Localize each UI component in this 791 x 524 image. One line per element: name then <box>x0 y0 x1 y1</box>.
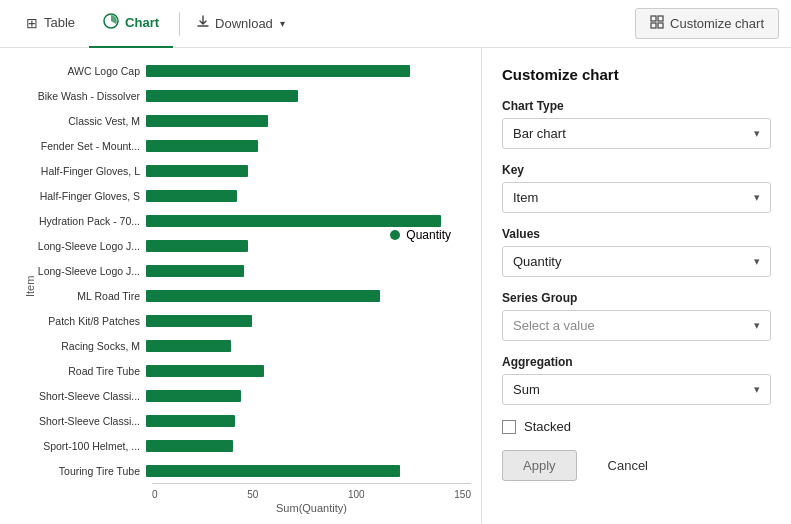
item-label: Patch Kit/8 Patches <box>36 312 140 330</box>
bar <box>146 265 244 277</box>
x-tick: 150 <box>454 489 471 500</box>
series-group-chevron-icon: ▾ <box>754 319 760 332</box>
series-group-label: Series Group <box>502 291 771 305</box>
tab-chart[interactable]: Chart <box>89 0 173 48</box>
main-content: Item AWC Logo CapBike Wash - DissolverCl… <box>0 48 791 524</box>
toolbar: ⊞ Table Chart Download ▾ <box>0 0 791 48</box>
bar <box>146 465 400 477</box>
apply-button[interactable]: Apply <box>502 450 577 481</box>
key-select[interactable]: Item ▾ <box>502 182 771 213</box>
item-label: Classic Vest, M <box>36 112 140 130</box>
table-tab-label: Table <box>44 15 75 30</box>
item-label: Sport-100 Helmet, ... <box>36 437 140 455</box>
item-label: Hydration Pack - 70... <box>36 212 140 230</box>
bar-row <box>146 137 471 155</box>
stacked-label: Stacked <box>524 419 571 434</box>
bar <box>146 115 268 127</box>
download-label: Download <box>215 16 273 31</box>
chart-type-value: Bar chart <box>513 126 566 141</box>
values-group: Values Quantity ▾ <box>502 227 771 277</box>
bar-row <box>146 287 471 305</box>
item-label: Long-Sleeve Logo J... <box>36 237 140 255</box>
divider <box>179 12 180 36</box>
bar <box>146 315 252 327</box>
grid-icon: ⊞ <box>26 15 38 31</box>
svg-rect-2 <box>658 16 663 21</box>
bar-row <box>146 462 471 480</box>
chart-container: Item AWC Logo CapBike Wash - DissolverCl… <box>20 58 471 514</box>
x-tick: 50 <box>247 489 258 500</box>
bar <box>146 140 258 152</box>
legend-dot <box>390 230 400 240</box>
customize-icon <box>650 15 664 32</box>
bar <box>146 65 410 77</box>
item-label: ML Road Tire <box>36 287 140 305</box>
item-label: Long-Sleeve Logo J... <box>36 262 140 280</box>
bar <box>146 390 241 402</box>
aggregation-select[interactable]: Sum ▾ <box>502 374 771 405</box>
bar-row <box>146 312 471 330</box>
item-label: Racing Socks, M <box>36 337 140 355</box>
key-label: Key <box>502 163 771 177</box>
bar-row <box>146 87 471 105</box>
svg-rect-1 <box>651 16 656 21</box>
bar-row <box>146 112 471 130</box>
bar <box>146 290 380 302</box>
panel-title: Customize chart <box>502 66 771 83</box>
item-label: Half-Finger Gloves, L <box>36 162 140 180</box>
download-chevron-icon: ▾ <box>280 18 285 29</box>
key-value: Item <box>513 190 538 205</box>
action-buttons: Apply Cancel <box>502 450 771 481</box>
bar <box>146 440 233 452</box>
item-label: Bike Wash - Dissolver <box>36 87 140 105</box>
bar <box>146 415 235 427</box>
customize-panel: Customize chart Chart Type Bar chart ▾ K… <box>481 48 791 524</box>
download-button[interactable]: Download ▾ <box>186 9 295 38</box>
chart-type-chevron-icon: ▾ <box>754 127 760 140</box>
bar-row <box>146 362 471 380</box>
bar-row <box>146 387 471 405</box>
key-group: Key Item ▾ <box>502 163 771 213</box>
aggregation-chevron-icon: ▾ <box>754 383 760 396</box>
values-label: Values <box>502 227 771 241</box>
customize-chart-label: Customize chart <box>670 16 764 31</box>
chart-type-group: Chart Type Bar chart ▾ <box>502 99 771 149</box>
item-label: Touring Tire Tube <box>36 462 140 480</box>
bar <box>146 190 237 202</box>
stacked-row: Stacked <box>502 419 771 434</box>
stacked-checkbox[interactable] <box>502 420 516 434</box>
bar-row <box>146 262 471 280</box>
values-select[interactable]: Quantity ▾ <box>502 246 771 277</box>
customize-chart-button[interactable]: Customize chart <box>635 8 779 39</box>
bars-and-labels: AWC Logo CapBike Wash - DissolverClassic… <box>36 58 471 483</box>
svg-rect-3 <box>651 23 656 28</box>
x-axis-label: Sum(Quantity) <box>152 500 471 514</box>
toolbar-left: ⊞ Table Chart Download ▾ <box>12 0 295 48</box>
bar <box>146 90 298 102</box>
x-tick: 0 <box>152 489 158 500</box>
series-group-value: Select a value <box>513 318 595 333</box>
chart-tab-label: Chart <box>125 15 159 30</box>
series-group-select[interactable]: Select a value ▾ <box>502 310 771 341</box>
item-label: Short-Sleeve Classi... <box>36 387 140 405</box>
x-axis: 050100150 Sum(Quantity) <box>36 483 471 514</box>
svg-rect-4 <box>658 23 663 28</box>
item-label: AWC Logo Cap <box>36 62 140 80</box>
cancel-button[interactable]: Cancel <box>587 450 669 481</box>
aggregation-value: Sum <box>513 382 540 397</box>
bar-row <box>146 187 471 205</box>
legend-area: Quantity <box>390 228 451 242</box>
aggregation-label: Aggregation <box>502 355 771 369</box>
bar <box>146 340 231 352</box>
item-labels: AWC Logo CapBike Wash - DissolverClassic… <box>36 58 146 483</box>
chart-inner: AWC Logo CapBike Wash - DissolverClassic… <box>36 58 471 514</box>
chart-icon <box>103 13 119 32</box>
chart-type-select[interactable]: Bar chart ▾ <box>502 118 771 149</box>
values-chevron-icon: ▾ <box>754 255 760 268</box>
series-group-group: Series Group Select a value ▾ <box>502 291 771 341</box>
key-chevron-icon: ▾ <box>754 191 760 204</box>
x-axis-line <box>152 483 471 484</box>
item-label: Road Tire Tube <box>36 362 140 380</box>
tab-table[interactable]: ⊞ Table <box>12 0 89 48</box>
bar-row <box>146 62 471 80</box>
